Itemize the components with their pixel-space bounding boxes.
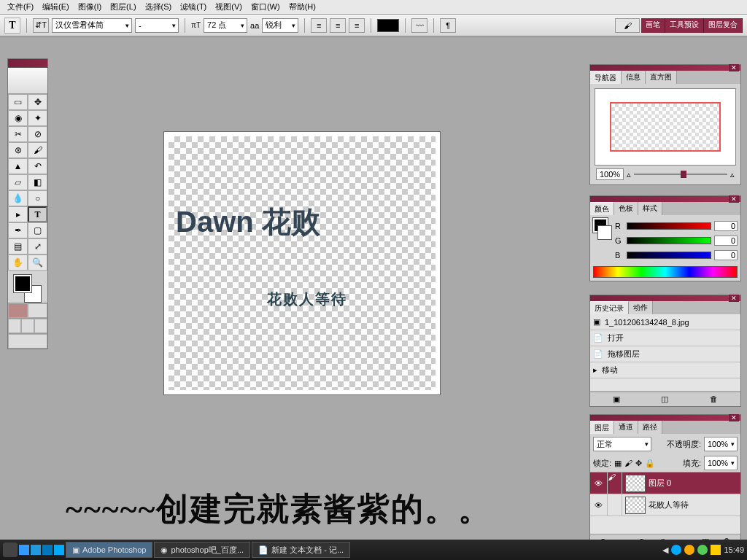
- menu-select[interactable]: 选择(S): [141, 1, 177, 12]
- imageready-icon[interactable]: [8, 334, 47, 349]
- tray-icon[interactable]: [697, 545, 708, 555]
- screen-mode-3-icon[interactable]: [34, 319, 47, 333]
- menu-image[interactable]: 图像(I): [74, 1, 106, 12]
- zoom-value[interactable]: 100%: [596, 168, 624, 180]
- blend-mode-select[interactable]: 正常: [593, 437, 651, 451]
- menu-help[interactable]: 帮助(H): [285, 1, 320, 12]
- layer-name[interactable]: 花败人等待: [649, 499, 689, 510]
- dodge-tool-icon[interactable]: ○: [28, 190, 47, 206]
- trash-icon[interactable]: 🗑: [710, 394, 718, 404]
- link-icon[interactable]: 🖌: [608, 472, 622, 494]
- align-right-icon[interactable]: ≡: [349, 18, 365, 33]
- r-input[interactable]: 0: [714, 221, 738, 231]
- zoom-slider[interactable]: [634, 174, 727, 175]
- type-tool-icon[interactable]: T: [28, 206, 47, 222]
- paths-tab[interactable]: 路径: [638, 421, 662, 434]
- fg-color-swatch[interactable]: [14, 275, 31, 292]
- tray-icon[interactable]: [684, 545, 694, 555]
- tray-icon[interactable]: [711, 545, 721, 555]
- font-family-select[interactable]: 汉仪雪君体简: [52, 18, 132, 33]
- comps-tab[interactable]: 图层复合: [704, 18, 743, 33]
- document-canvas[interactable]: Dawn 花败 花败人等待: [163, 131, 441, 395]
- close-icon[interactable]: ✕: [729, 295, 739, 302]
- start-button-icon[interactable]: [3, 542, 18, 557]
- align-left-icon[interactable]: ≡: [311, 18, 327, 33]
- text-color-swatch[interactable]: [377, 19, 399, 32]
- text-orient-icon[interactable]: ⇵T: [33, 18, 49, 33]
- quicklaunch-icon[interactable]: [31, 545, 41, 555]
- screen-mode-2-icon[interactable]: [21, 319, 34, 333]
- history-snapshot[interactable]: ▣1_101206134248_8.jpg: [590, 314, 740, 330]
- brushes-tab[interactable]: 画笔: [641, 18, 665, 33]
- screen-mode-1-icon[interactable]: [8, 319, 21, 333]
- fill-input[interactable]: 100%: [704, 456, 738, 470]
- close-icon[interactable]: ✕: [729, 64, 739, 71]
- lock-pos-icon[interactable]: ✥: [635, 459, 642, 468]
- layer-row[interactable]: 👁 花败人等待: [590, 494, 740, 516]
- close-icon[interactable]: ✕: [729, 414, 739, 421]
- lock-all-icon[interactable]: 🔒: [645, 459, 655, 468]
- new-snapshot-icon[interactable]: ◫: [661, 394, 668, 404]
- zoom-out-icon[interactable]: ▵: [627, 170, 631, 179]
- path-select-icon[interactable]: ▸: [8, 206, 28, 222]
- menu-edit[interactable]: 编辑(E): [38, 1, 74, 12]
- crop-tool-icon[interactable]: ✂: [8, 126, 28, 142]
- warp-text-icon[interactable]: 〰: [411, 18, 427, 33]
- slice-tool-icon[interactable]: ⊘: [28, 126, 47, 142]
- wand-tool-icon[interactable]: ✦: [28, 110, 47, 126]
- spectrum-picker[interactable]: [593, 266, 738, 278]
- history-brush-icon[interactable]: ↶: [28, 158, 47, 174]
- standard-mode-icon[interactable]: [8, 303, 28, 318]
- blur-tool-icon[interactable]: 💧: [8, 190, 28, 206]
- lock-paint-icon[interactable]: 🖌: [624, 459, 632, 467]
- marquee-tool-icon[interactable]: ▭: [8, 94, 28, 110]
- visibility-icon[interactable]: 👁: [590, 472, 608, 494]
- stamp-tool-icon[interactable]: ▲: [8, 158, 28, 174]
- channels-tab[interactable]: 通道: [614, 421, 638, 434]
- tray-icon[interactable]: [671, 545, 681, 555]
- b-slider[interactable]: [627, 252, 711, 259]
- layer-thumbnail[interactable]: [625, 475, 646, 492]
- quickmask-mode-icon[interactable]: [28, 303, 47, 318]
- color-picker[interactable]: [8, 271, 47, 303]
- heal-tool-icon[interactable]: ⊛: [8, 142, 28, 158]
- notes-tool-icon[interactable]: ▤: [8, 238, 28, 254]
- actions-tab[interactable]: 动作: [629, 301, 653, 314]
- history-tab[interactable]: 历史记录: [590, 301, 629, 314]
- history-item[interactable]: 📄拖移图层: [590, 346, 740, 362]
- close-icon[interactable]: ✕: [729, 195, 739, 203]
- menu-window[interactable]: 窗口(W): [247, 1, 285, 12]
- presets-tab[interactable]: 工具预设: [665, 18, 704, 33]
- histogram-tab[interactable]: 直方图: [646, 71, 677, 84]
- b-input[interactable]: 0: [714, 250, 738, 260]
- taskbar-item[interactable]: 📄新建 文本文档 - 记...: [252, 542, 350, 558]
- g-input[interactable]: 0: [714, 236, 738, 246]
- lock-trans-icon[interactable]: ▦: [614, 459, 622, 468]
- menu-file[interactable]: 文件(F): [3, 1, 38, 12]
- brush-tool-icon[interactable]: 🖌: [28, 142, 47, 158]
- swatches-tab[interactable]: 色板: [614, 202, 638, 215]
- move-tool-icon[interactable]: ✥: [28, 94, 47, 110]
- pen-tool-icon[interactable]: ✒: [8, 222, 28, 238]
- taskbar-item[interactable]: ▣Adobe Photoshop: [66, 542, 152, 558]
- palette-toggle-icon[interactable]: 🖌: [615, 18, 640, 33]
- layer-row[interactable]: 👁 🖌 图层 0: [590, 472, 740, 494]
- hand-tool-icon[interactable]: ✋: [8, 254, 28, 271]
- quicklaunch-icon[interactable]: [54, 545, 64, 555]
- menu-layer[interactable]: 图层(L): [106, 1, 140, 12]
- layer-thumbnail[interactable]: [625, 497, 646, 514]
- quicklaunch-icon[interactable]: [19, 545, 29, 555]
- info-tab[interactable]: 信息: [622, 71, 646, 84]
- antialias-select[interactable]: 锐利: [262, 18, 298, 33]
- lasso-tool-icon[interactable]: ◉: [8, 110, 28, 126]
- styles-tab[interactable]: 样式: [638, 202, 662, 215]
- quicklaunch-icon[interactable]: [42, 545, 53, 555]
- eyedropper-icon[interactable]: ⤢: [28, 238, 47, 254]
- menu-filter[interactable]: 滤镜(T): [176, 1, 211, 12]
- shape-tool-icon[interactable]: ▢: [28, 222, 47, 238]
- new-doc-icon[interactable]: ▣: [613, 394, 620, 404]
- layer-name[interactable]: 图层 0: [649, 478, 671, 489]
- tray-icon[interactable]: ◀: [662, 545, 668, 555]
- toolbox-header[interactable]: [8, 59, 47, 68]
- color-tab[interactable]: 颜色: [590, 202, 614, 215]
